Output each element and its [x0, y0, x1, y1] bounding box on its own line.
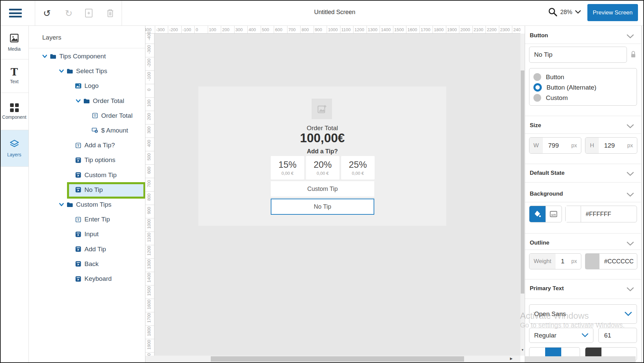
- solid-fill-button[interactable]: [529, 206, 545, 222]
- option-button[interactable]: Button: [533, 72, 637, 82]
- chevron-down-icon[interactable]: [627, 192, 634, 198]
- zoom-search-icon[interactable]: [548, 7, 558, 17]
- option-button-alternate[interactable]: Button (Alternate): [533, 82, 637, 93]
- layer-row-order-total[interactable]: TOrder Total: [29, 108, 145, 123]
- redo-icon[interactable]: ↻: [63, 7, 74, 19]
- image-icon: [75, 83, 81, 89]
- sidebar-item-layers[interactable]: Layers: [0, 130, 28, 167]
- layer-row-add-tip[interactable]: Add Tip: [29, 242, 145, 257]
- ruler-tick: [433, 26, 433, 34]
- lock-icon[interactable]: [630, 50, 636, 60]
- layer-row-amount[interactable]: $$ Amount: [29, 123, 145, 138]
- chevron-down-icon[interactable]: [41, 54, 48, 58]
- chevron-down-icon[interactable]: [627, 287, 634, 293]
- outline-color-swatch[interactable]: [585, 254, 599, 269]
- sidebar-item-media[interactable]: Media: [0, 26, 28, 59]
- background-color-value[interactable]: #FFFFFF: [581, 211, 611, 218]
- preview-screen-button[interactable]: Preview Screen: [587, 4, 638, 21]
- sidebar-item-component[interactable]: Component: [0, 93, 28, 130]
- image-placeholder[interactable]: [312, 99, 332, 119]
- money-icon: $: [91, 128, 98, 133]
- pattern-fill-button[interactable]: [545, 206, 562, 222]
- custom-tip-button[interactable]: Custom Tip: [271, 181, 374, 197]
- undo-icon[interactable]: ↺: [41, 7, 53, 19]
- divider: [525, 279, 641, 279]
- layer-row-add-a-tip[interactable]: TAdd a Tip?: [29, 138, 145, 153]
- no-tip-button[interactable]: No Tip: [271, 199, 374, 215]
- layer-row-order-total[interactable]: Order Total: [29, 94, 145, 108]
- layer-label: $ Amount: [101, 127, 128, 134]
- chevron-down-icon[interactable]: [58, 69, 65, 73]
- outline-color-value[interactable]: #CCCCCC: [599, 258, 634, 265]
- option-custom[interactable]: Custom: [533, 93, 637, 103]
- chevron-down-icon[interactable]: [75, 99, 81, 103]
- hamburger-menu-icon[interactable]: [9, 9, 22, 17]
- panel-scrollbar[interactable]: [642, 26, 642, 362]
- layer-row-custom-tip[interactable]: Custom Tip: [29, 168, 145, 183]
- new-screen-icon[interactable]: [83, 7, 94, 19]
- tip-20-button[interactable]: 20%0,00 €: [306, 156, 339, 179]
- layer-row-no-tip[interactable]: No Tip: [29, 183, 145, 197]
- ruler-label: -400: [146, 30, 151, 43]
- ruler-tick: [393, 26, 393, 34]
- layer-row-input[interactable]: Input: [29, 227, 145, 242]
- outline-weight-value[interactable]: 1: [556, 258, 571, 265]
- width-field[interactable]: W 799 px: [529, 137, 581, 154]
- ruler-label: 700: [288, 27, 296, 32]
- chevron-down-icon[interactable]: [627, 124, 634, 130]
- section-title-outline: Outline: [530, 240, 550, 246]
- layer-row-keyboard[interactable]: Keyboard: [29, 271, 145, 286]
- height-field[interactable]: H 129 px: [585, 137, 637, 154]
- button-name-input[interactable]: No Tip: [529, 47, 627, 63]
- ruler-tick: [261, 26, 261, 34]
- background-color-swatch[interactable]: [566, 206, 581, 222]
- font-size-input[interactable]: 61: [598, 328, 637, 343]
- chevron-down-icon[interactable]: [627, 241, 634, 247]
- vertical-scrollbar-thumb[interactable]: [521, 70, 524, 294]
- outline-color-field[interactable]: #CCCCCC: [585, 253, 637, 269]
- tip-15-button[interactable]: 15%0,00 €: [271, 156, 304, 179]
- height-value[interactable]: 129: [599, 142, 627, 149]
- font-weight-select[interactable]: Regular: [529, 328, 593, 343]
- outline-weight-field[interactable]: Weight 1 px: [529, 253, 581, 269]
- scroll-down-arrow-icon[interactable]: ▼: [520, 348, 525, 352]
- background-color-field[interactable]: #FFFFFF: [565, 206, 637, 222]
- button-icon: [75, 157, 81, 163]
- order-total-value: 100,00€: [272, 131, 373, 145]
- text-icon: T: [75, 143, 81, 148]
- layer-row-tips-component[interactable]: Tips Component: [29, 49, 145, 64]
- width-value[interactable]: 799: [543, 142, 571, 149]
- ruler-label: 1200: [355, 27, 364, 32]
- scroll-right-arrow-icon[interactable]: ▶: [510, 357, 513, 360]
- delete-icon[interactable]: [105, 7, 116, 19]
- chevron-down-icon[interactable]: [627, 171, 634, 177]
- radio-unselected-icon[interactable]: [533, 73, 541, 81]
- ruler-label: 600: [146, 164, 151, 177]
- radio-selected-icon[interactable]: [533, 83, 542, 92]
- section-title-button: Button: [530, 32, 548, 39]
- layer-row-select-tips[interactable]: Select Tips: [29, 64, 145, 79]
- sidebar-item-text[interactable]: T Text: [0, 59, 28, 93]
- layer-row-logo[interactable]: Logo: [29, 79, 145, 93]
- chevron-down-icon[interactable]: [627, 34, 634, 40]
- ruler-tick: [247, 26, 248, 34]
- radio-unselected-icon[interactable]: [533, 94, 541, 102]
- chevron-down-icon[interactable]: [58, 203, 65, 207]
- layer-row-tip-options[interactable]: Tip options: [29, 153, 145, 167]
- font-weight-value: Regular: [534, 332, 557, 339]
- canvas-vertical-scrollbar[interactable]: ▼: [520, 34, 525, 356]
- tip-25-button[interactable]: 25%0,00 €: [341, 156, 375, 179]
- watermark-line2: Go to settings to activate Windows.: [520, 321, 625, 329]
- layer-label: Add Tip: [84, 246, 106, 253]
- horizontal-scrollbar-thumb[interactable]: [211, 356, 464, 362]
- ruler-label: 300: [146, 123, 151, 137]
- folder-icon: [66, 68, 73, 74]
- layer-row-enter-tip[interactable]: TEnter Tip: [29, 212, 145, 227]
- zoom-level-value[interactable]: 28%: [560, 9, 572, 16]
- zoom-chevron-down-icon[interactable]: [575, 10, 581, 14]
- layer-row-back[interactable]: Back: [29, 257, 145, 271]
- canvas-horizontal-scrollbar[interactable]: ▶: [145, 356, 520, 362]
- ruler-label: 1300: [146, 258, 151, 271]
- layer-row-custom-tips[interactable]: Custom Tips: [29, 197, 145, 212]
- divider: [525, 202, 641, 202]
